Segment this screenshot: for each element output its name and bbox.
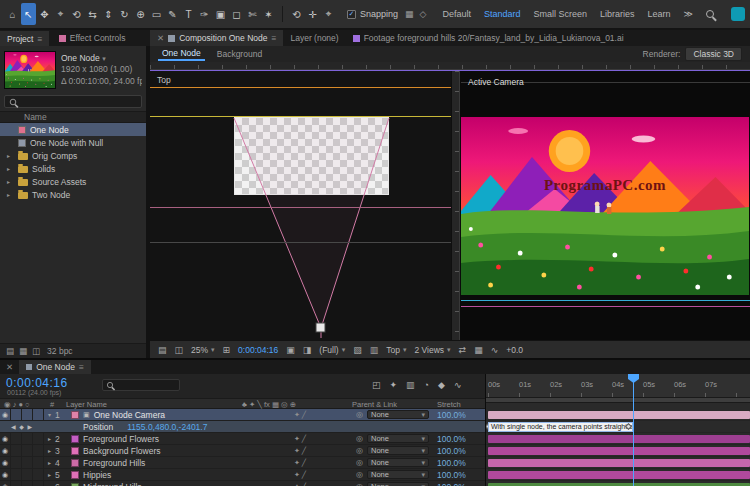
grid-guides-icon[interactable]: ◫ bbox=[175, 345, 184, 355]
eraser-tool[interactable]: ◻ bbox=[229, 3, 244, 25]
stretch-value[interactable]: 100.0% bbox=[437, 409, 485, 420]
twirl-icon[interactable]: ▸ bbox=[44, 481, 55, 486]
layer-switches[interactable]: ✦ ╱ bbox=[288, 469, 352, 480]
pen-tool[interactable]: ✎ bbox=[165, 3, 180, 25]
layer-name[interactable]: Foreground Hills bbox=[81, 457, 288, 468]
tab-layer[interactable]: Layer (none) bbox=[283, 30, 345, 46]
solo-toggle[interactable] bbox=[22, 469, 33, 480]
label-color-swatch[interactable] bbox=[71, 483, 79, 486]
stretch-value[interactable]: 100.0% bbox=[437, 481, 485, 486]
eye-toggle[interactable]: ◉ bbox=[0, 409, 11, 420]
playhead-line[interactable] bbox=[633, 374, 634, 486]
rotation-tool[interactable]: ↻ bbox=[117, 3, 132, 25]
orbit-around-cursor-tool[interactable]: ⟲ bbox=[289, 3, 304, 25]
timeline-layer-row[interactable]: ◉ ▸ 3 Background Flowers ✦ ╱ ◎ None▾ bbox=[0, 445, 485, 457]
audio-toggle[interactable] bbox=[11, 445, 22, 456]
eye-toggle[interactable]: ◉ bbox=[0, 433, 11, 444]
layer-name[interactable]: Hippies bbox=[81, 469, 288, 480]
project-item[interactable]: ▸ Solids bbox=[0, 162, 146, 175]
solo-toggle[interactable] bbox=[22, 433, 33, 444]
tab-project[interactable]: Project ≡ bbox=[0, 31, 49, 47]
timeline-layer-row[interactable]: ◉ ▸ 5 Hippies ✦ ╱ ◎ None▾ bbox=[0, 469, 485, 481]
work-area-bar[interactable] bbox=[486, 398, 750, 403]
color-depth-label[interactable]: 32 bpc bbox=[47, 346, 73, 356]
switches-column-header[interactable]: ♣ ✦ ╲ fx ▦ ◎ ⊕ bbox=[242, 400, 296, 409]
workspace-tab[interactable]: Small Screen bbox=[534, 9, 588, 19]
home-icon[interactable]: ⌂ bbox=[5, 3, 20, 25]
tab-timeline-one-node[interactable]: One Node ≡ bbox=[19, 360, 91, 374]
viewer-time-display[interactable]: 0:00:04:16 bbox=[238, 345, 278, 355]
twirl-icon[interactable]: ▸ bbox=[7, 152, 14, 159]
brush-tool[interactable]: ✑ bbox=[197, 3, 212, 25]
layer-switches[interactable]: ✦ ╱ bbox=[288, 445, 352, 456]
timeline-layer-row[interactable]: ◉ ▸ 6 Midground Hills ✦ ╱ ◎ None▾ bbox=[0, 481, 485, 486]
view-layout-dropdown[interactable]: 2 Views▾ bbox=[414, 345, 450, 355]
magnification-dropdown[interactable]: 25%▾ bbox=[191, 345, 215, 355]
tab-footage[interactable]: Footage foreground hills 20/Fantasy_land… bbox=[346, 30, 631, 46]
always-preview-icon[interactable]: ▤ bbox=[158, 345, 167, 355]
twirl-icon[interactable]: ▸ bbox=[7, 178, 14, 185]
panel-menu-icon[interactable]: ≡ bbox=[79, 362, 84, 372]
fast-previews-icon[interactable]: ▦ bbox=[474, 345, 483, 355]
roi-icon[interactable]: ▧ bbox=[353, 345, 362, 355]
stretch-value[interactable]: 100.0% bbox=[437, 445, 485, 456]
layer-switches[interactable]: ✦ ╱ bbox=[288, 457, 352, 468]
panel-menu-icon[interactable]: ≡ bbox=[37, 34, 42, 44]
workspace-overflow-icon[interactable]: ≫ bbox=[684, 9, 693, 19]
layer-name[interactable]: ▣ One Node Camera bbox=[81, 409, 288, 420]
current-time-display[interactable]: 0:00:04:16 bbox=[6, 376, 68, 390]
snapping-checkbox[interactable]: ✓ bbox=[347, 10, 356, 19]
snapshot-icon[interactable]: ▣ bbox=[286, 345, 295, 355]
parent-link-dropdown[interactable]: None▾ bbox=[367, 446, 429, 455]
lock-toggle[interactable] bbox=[33, 433, 44, 444]
solo-toggle[interactable] bbox=[22, 481, 33, 486]
layer-duration-bar[interactable] bbox=[488, 447, 750, 455]
twirl-icon[interactable]: ▸ bbox=[7, 165, 14, 172]
parent-pickwhip-icon[interactable]: ◎ bbox=[352, 481, 367, 486]
3d-view-dropdown[interactable]: Top▾ bbox=[386, 345, 406, 355]
vertical-ruler[interactable] bbox=[452, 71, 460, 340]
parent-link-dropdown[interactable]: None▾ bbox=[367, 482, 429, 486]
pan-camera-tool[interactable]: ⇆ bbox=[85, 3, 100, 25]
layer-duration-bar[interactable] bbox=[488, 411, 750, 419]
parent-link-dropdown[interactable]: None▾ bbox=[367, 470, 429, 479]
parent-pickwhip-icon[interactable]: ◎ bbox=[352, 445, 367, 456]
project-item[interactable]: ▸ Two Node bbox=[0, 188, 146, 201]
workspace-tab[interactable]: Standard bbox=[484, 9, 521, 19]
solo-toggle[interactable] bbox=[22, 457, 33, 468]
timeline-toggle-icon[interactable]: ◰ bbox=[372, 380, 381, 390]
property-value[interactable]: 1155.0,480.0,-2401.7 bbox=[127, 422, 207, 432]
audio-toggle[interactable] bbox=[11, 469, 22, 480]
eye-toggle[interactable]: ◉ bbox=[0, 457, 11, 468]
lock-toggle[interactable] bbox=[33, 481, 44, 486]
property-name[interactable]: Position bbox=[83, 422, 113, 432]
layer-switches[interactable]: ✦ ╱ bbox=[288, 409, 352, 420]
layer-switches[interactable]: ✦ ╱ bbox=[288, 433, 352, 444]
label-color-swatch[interactable] bbox=[71, 459, 79, 467]
eye-toggle[interactable]: ◉ bbox=[0, 469, 11, 480]
project-footer-icon[interactable]: ◫ bbox=[32, 346, 40, 356]
project-column-header[interactable]: Name bbox=[0, 111, 146, 123]
solo-toggle[interactable] bbox=[22, 409, 33, 420]
project-search-input[interactable] bbox=[4, 95, 142, 108]
parent-pickwhip-icon[interactable]: ◎ bbox=[352, 469, 367, 480]
parent-link-column-header[interactable]: Parent & Link bbox=[352, 400, 397, 409]
parent-link-dropdown[interactable]: None▾ bbox=[367, 434, 429, 443]
workspace-tab[interactable]: Learn bbox=[648, 9, 671, 19]
workspace-tab[interactable]: Libraries bbox=[600, 9, 635, 19]
twirl-icon[interactable]: ▸ bbox=[7, 191, 14, 198]
lock-toggle[interactable] bbox=[33, 445, 44, 456]
lock-toggle[interactable] bbox=[33, 469, 44, 480]
active-camera-viewport[interactable]: Active Camera ProgramaPC.com bbox=[452, 71, 750, 340]
puppet-pin-tool[interactable]: ✶ bbox=[261, 3, 276, 25]
top-viewport[interactable]: Top bbox=[150, 71, 451, 340]
close-icon[interactable]: ✕ bbox=[6, 362, 13, 372]
dolly-towards-cursor-tool[interactable]: ⌖ bbox=[321, 3, 336, 25]
twirl-icon[interactable]: ▾ bbox=[44, 409, 55, 420]
close-icon[interactable]: ✕ bbox=[157, 33, 164, 43]
label-color-swatch[interactable] bbox=[71, 471, 79, 479]
layer-name[interactable]: Background Flowers bbox=[81, 445, 288, 456]
comp-nav-background[interactable]: Background bbox=[217, 49, 262, 59]
roto-brush-tool[interactable]: ✄ bbox=[245, 3, 260, 25]
timeline-toggle-icon[interactable]: ▥ bbox=[406, 380, 415, 390]
